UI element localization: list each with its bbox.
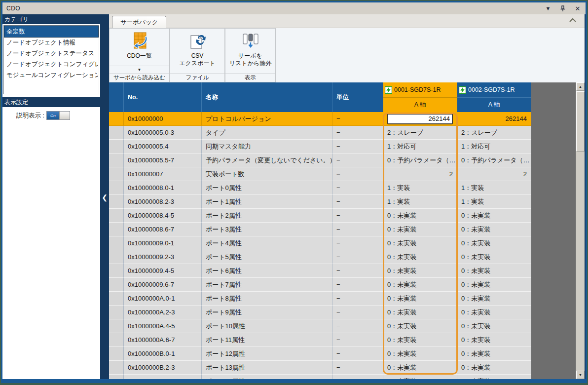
cell-value-servo1[interactable]: 0：予約パラメータ（…	[383, 154, 457, 167]
row-indicator[interactable]	[109, 306, 124, 319]
scroll-down-icon[interactable]: ▼	[576, 371, 585, 379]
category-item-3[interactable]: ノードオブジェクトコンフィグレーション	[4, 59, 98, 70]
cell-value-servo1[interactable]: 0：未実装	[383, 306, 457, 319]
row-indicator[interactable]	[109, 223, 124, 236]
cell-value-servo2[interactable]: 0：未実装	[457, 209, 531, 223]
row-indicator[interactable]	[109, 347, 124, 361]
cell-name[interactable]: ポート5属性	[202, 250, 332, 264]
row-indicator[interactable]	[109, 154, 124, 167]
cell-name[interactable]: 同期マスタ能力	[202, 140, 332, 154]
cell-value-servo1[interactable]: 0：未実装	[383, 278, 457, 292]
cell-value-servo1[interactable]: 2	[383, 167, 457, 181]
cell-unit[interactable]: −	[332, 167, 383, 181]
cell-unit[interactable]: −	[332, 223, 383, 236]
cell-unit[interactable]: −	[332, 361, 383, 375]
scroll-up-icon[interactable]: ▲	[576, 82, 585, 91]
cell-value-servo2[interactable]: 0：未実装	[457, 306, 531, 319]
cell-name[interactable]: ポート2属性	[202, 209, 332, 223]
cell-value-servo2[interactable]: 0：未実装	[457, 319, 531, 333]
cell-value-servo1[interactable]: 0：未実装	[383, 250, 457, 264]
row-indicator[interactable]	[109, 361, 124, 375]
cell-name[interactable]: 予約パラメータ（変更しないでください。）	[202, 154, 332, 167]
cell-value-servo1[interactable]: 1：実装	[383, 195, 457, 209]
row-indicator[interactable]	[109, 292, 124, 306]
servo-column-0002[interactable]: 0002-SGD7S-1R A 軸	[457, 82, 531, 112]
cell-unit[interactable]: −	[332, 209, 383, 223]
row-indicator[interactable]	[109, 112, 124, 126]
category-item-2[interactable]: ノードオブジェクトステータス	[4, 48, 98, 59]
row-indicator[interactable]	[109, 319, 124, 333]
pin-icon[interactable]	[559, 4, 567, 12]
table-row-17[interactable]: 0x1000000B.0-1ポート12属性−0：未実装0：未実装	[109, 347, 531, 361]
servo-0001-axis[interactable]: A 軸	[383, 97, 457, 112]
category-item-1[interactable]: ノードオブジェクト情報	[4, 37, 98, 48]
category-item-0[interactable]: 全定数	[4, 26, 98, 37]
cell-value-servo1[interactable]: 2：スレーブ	[383, 126, 457, 140]
cell-name[interactable]: ポート3属性	[202, 223, 332, 236]
table-row-0[interactable]: 0x10000000プロトコルバージョン−262144262144	[109, 112, 531, 126]
table-row-6[interactable]: 0x10000008.2-3ポート1属性−1：実装1：実装	[109, 195, 531, 209]
cell-value-servo2[interactable]: 0：未実装	[457, 361, 531, 375]
cell-no[interactable]: 0x10000005.5-7	[124, 154, 202, 167]
cell-value-servo1[interactable]: 0：未実装	[383, 223, 457, 236]
cell-no[interactable]: 0x10000000	[124, 112, 202, 126]
cell-value-servo2[interactable]: 0：未実装	[457, 375, 531, 379]
table-row-19[interactable]: 0x1000000B.4-5ポート14属性−0：未実装0：未実装	[109, 375, 531, 379]
cell-value-servo1[interactable]: 0：未実装	[383, 347, 457, 361]
cell-value-servo1[interactable]: 0：未実装	[383, 375, 457, 379]
cell-unit[interactable]: −	[332, 347, 383, 361]
row-indicator[interactable]	[109, 126, 124, 140]
cell-name[interactable]: ポート10属性	[202, 319, 332, 333]
table-row-7[interactable]: 0x10000008.4-5ポート2属性−0：未実装0：未実装	[109, 209, 531, 223]
cell-no[interactable]: 0x1000000B.0-1	[124, 347, 202, 361]
table-row-1[interactable]: 0x10000005.0-3タイプ−2：スレーブ2：スレーブ	[109, 126, 531, 140]
cell-name[interactable]: ポート0属性	[202, 181, 332, 195]
cell-no[interactable]: 0x10000009.6-7	[124, 278, 202, 292]
cell-no[interactable]: 0x10000009.2-3	[124, 250, 202, 264]
table-row-11[interactable]: 0x10000009.4-5ポート6属性−0：未実装0：未実装	[109, 264, 531, 278]
cell-value-servo1[interactable]: 0：未実装	[383, 236, 457, 250]
servo-0002-axis[interactable]: A 軸	[457, 97, 531, 112]
category-item-4[interactable]: モジュールコンフィグレーション	[4, 70, 98, 80]
cell-unit[interactable]: −	[332, 195, 383, 209]
cell-no[interactable]: 0x1000000B.2-3	[124, 361, 202, 375]
cell-value-servo1[interactable]: 0：未実装	[383, 319, 457, 333]
cell-name[interactable]: ポート4属性	[202, 236, 332, 250]
row-indicator[interactable]	[109, 375, 124, 379]
header-name[interactable]: 名称	[202, 82, 332, 112]
cell-no[interactable]: 0x10000008.6-7	[124, 223, 202, 236]
description-toggle[interactable]: On	[46, 111, 70, 120]
cell-name[interactable]: プロトコルバージョン	[202, 112, 332, 126]
row-indicator[interactable]	[109, 167, 124, 181]
remove-servo-button[interactable]: サーボを リストから除外	[225, 29, 275, 73]
cell-value-servo1[interactable]: 0：未実装	[383, 361, 457, 375]
cell-unit[interactable]: −	[332, 140, 383, 154]
cell-unit[interactable]: −	[332, 126, 383, 140]
cell-value-servo2[interactable]: 0：未実装	[457, 223, 531, 236]
cell-no[interactable]: 0x1000000A.2-3	[124, 306, 202, 319]
cell-name[interactable]: ポート11属性	[202, 333, 332, 347]
cell-name[interactable]: ポート7属性	[202, 278, 332, 292]
header-no[interactable]: No.	[124, 82, 202, 112]
chevron-left-icon[interactable]: ❮	[101, 192, 108, 203]
csv-export-button[interactable]: CSV エクスポート	[170, 29, 224, 73]
cell-value-servo1[interactable]: 0：未実装	[383, 209, 457, 223]
table-row-9[interactable]: 0x10000009.0-1ポート4属性−0：未実装0：未実装	[109, 236, 531, 250]
cell-value-servo2[interactable]: 0：未実装	[457, 347, 531, 361]
cell-value-servo2[interactable]: 0：未実装	[457, 333, 531, 347]
cell-unit[interactable]: −	[332, 306, 383, 319]
cell-value-servo1[interactable]: 0：未実装	[383, 264, 457, 278]
table-row-14[interactable]: 0x1000000A.2-3ポート9属性−0：未実装0：未実装	[109, 306, 531, 319]
cell-unit[interactable]: −	[332, 319, 383, 333]
scrollbar-thumb[interactable]	[576, 91, 585, 152]
close-icon[interactable]: ✕	[574, 4, 582, 12]
cell-value-servo1[interactable]: 262144	[383, 112, 457, 126]
table-row-13[interactable]: 0x1000000A.0-1ポート8属性−0：未実装0：未実装	[109, 292, 531, 306]
cell-unit[interactable]: −	[332, 278, 383, 292]
header-indicator[interactable]	[109, 82, 124, 112]
table-row-4[interactable]: 0x10000007実装ポート数−22	[109, 167, 531, 181]
cell-unit[interactable]: −	[332, 375, 383, 379]
cell-no[interactable]: 0x10000008.0-1	[124, 181, 202, 195]
cell-unit[interactable]: −	[332, 154, 383, 167]
row-indicator[interactable]	[109, 333, 124, 347]
